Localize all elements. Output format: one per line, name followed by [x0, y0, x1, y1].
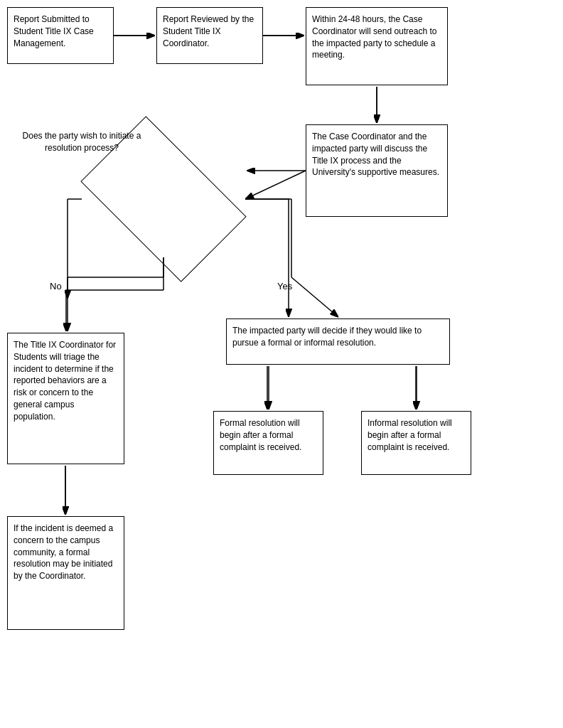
box-report-reviewed: Report Reviewed by the Student Title IX …: [156, 7, 263, 64]
flowchart: Report Submitted to Student Title IX Cas…: [0, 0, 563, 728]
box-triage: The Title IX Coordinator for Students wi…: [7, 333, 124, 464]
no-label: No: [50, 281, 62, 291]
box-formal-resolution: Formal resolution will begin after a for…: [213, 411, 323, 475]
box-report-submitted: Report Submitted to Student Title IX Cas…: [7, 7, 114, 64]
diamond-resolution-question: Does the party wish to initiate a resolu…: [82, 142, 245, 256]
svg-line-4: [245, 171, 306, 199]
yes-label: Yes: [277, 281, 292, 291]
svg-line-12: [291, 277, 338, 317]
box-discuss: The Case Coordinator and the impacted pa…: [306, 124, 448, 217]
box-outreach: Within 24-48 hours, the Case Coordinator…: [306, 7, 448, 85]
box-concern-resolution: If the incident is deemed a concern to t…: [7, 516, 124, 630]
box-informal-resolution: Informal resolution will begin after a f…: [361, 411, 471, 475]
box-decide-resolution: The impacted party will decide if they w…: [226, 318, 450, 365]
